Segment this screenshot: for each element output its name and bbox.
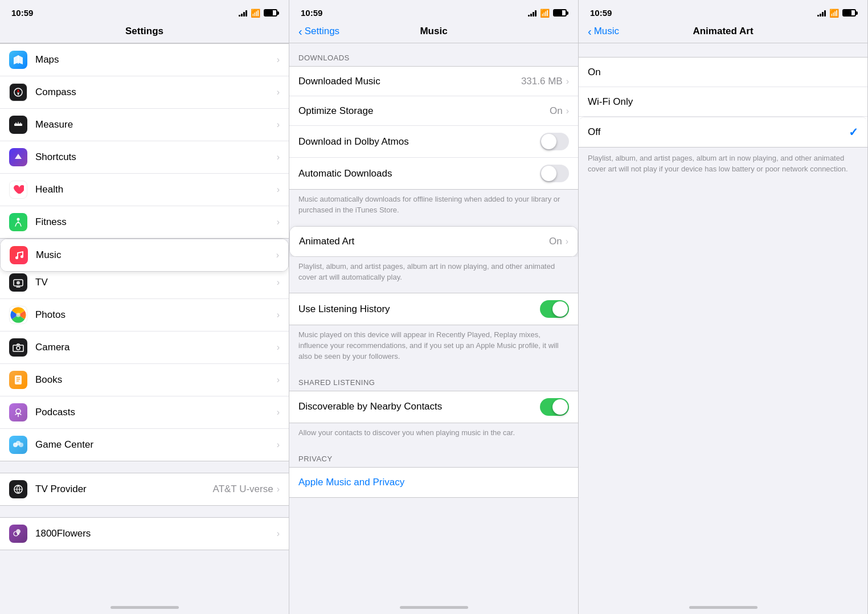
nav-bar-panel3: ‹ Music Animated Art <box>579 22 867 43</box>
svg-point-24 <box>17 533 19 535</box>
signal-icon-p3 <box>817 10 826 17</box>
back-button-panel3[interactable]: ‹ Music <box>588 26 619 37</box>
settings-row-1800flowers[interactable]: 1800Flowers › <box>0 518 289 550</box>
settings-row-camera[interactable]: Camera › <box>0 331 289 364</box>
optimize-storage-row[interactable]: Optimize Storage On › <box>289 96 578 126</box>
tvprovider-icon <box>9 480 27 498</box>
animated-art-options-group: On Wi-Fi Only Off ✓ <box>579 57 867 148</box>
optimize-storage-chevron: › <box>566 106 569 116</box>
nearby-contacts-label: Discoverable by Nearby Contacts <box>298 401 540 412</box>
svg-rect-14 <box>15 375 22 384</box>
music-icon <box>10 246 28 264</box>
settings-row-podcasts[interactable]: Podcasts › <box>0 396 289 429</box>
photos-chevron: › <box>277 310 280 320</box>
settings-row-shortcuts[interactable]: Shortcuts › <box>0 141 289 174</box>
gamecenter-chevron: › <box>277 440 280 450</box>
option-row-off[interactable]: Off ✓ <box>579 117 867 147</box>
music-label: Music <box>36 249 276 261</box>
maps-icon <box>9 51 27 69</box>
back-button-panel2[interactable]: ‹ Settings <box>298 26 339 37</box>
status-icons-panel1: 📶 <box>239 9 277 18</box>
wifi-icon-p2: 📶 <box>540 9 550 18</box>
settings-row-maps[interactable]: Maps › <box>0 44 289 76</box>
measure-chevron: › <box>277 120 280 130</box>
page-title-panel2: Music <box>420 26 447 37</box>
home-indicator-panel2 <box>289 600 578 614</box>
back-chevron-panel2: ‹ <box>298 26 302 37</box>
nearby-contacts-row[interactable]: Discoverable by Nearby Contacts <box>289 391 578 423</box>
animated-art-option-desc: Playlist, album, and artist pages, album… <box>579 148 867 185</box>
downloads-description: Music automatically downloads for offlin… <box>289 190 578 226</box>
downloaded-music-chevron: › <box>566 76 569 87</box>
downloads-header: DOWNLOADS <box>289 43 578 66</box>
settings-group-apps: Maps › Compass › Measure › <box>0 43 289 239</box>
apple-music-privacy-row[interactable]: Apple Music and Privacy <box>289 468 578 497</box>
settings-row-compass[interactable]: Compass › <box>0 76 289 109</box>
photos-icon <box>9 306 27 324</box>
settings-row-health[interactable]: Health › <box>0 174 289 206</box>
time-panel2: 10:59 <box>301 8 322 18</box>
settings-row-fitness[interactable]: Fitness › <box>0 206 289 238</box>
battery-icon-p2 <box>553 9 567 17</box>
listening-history-toggle[interactable] <box>540 300 569 318</box>
books-chevron: › <box>277 375 280 385</box>
downloaded-music-value: 331.6 MB <box>521 76 563 87</box>
fitness-chevron: › <box>277 217 280 227</box>
compass-label: Compass <box>35 87 277 98</box>
home-indicator-panel3 <box>579 600 867 614</box>
1800flowers-label: 1800Flowers <box>35 528 277 539</box>
tv-chevron: › <box>277 277 280 288</box>
animated-art-value: On <box>549 236 562 247</box>
privacy-header: PRIVACY <box>289 449 578 467</box>
auto-downloads-toggle[interactable] <box>540 165 569 182</box>
animated-art-row[interactable]: Animated Art On › <box>290 227 578 256</box>
listening-history-desc: Music played on this device will appear … <box>289 325 578 373</box>
status-bar-panel1: 10:59 📶 <box>0 0 289 22</box>
settings-row-tvprovider[interactable]: TV Provider AT&T U-verse › <box>0 473 289 505</box>
animated-art-wrapper: Animated Art On › <box>289 226 578 257</box>
podcasts-label: Podcasts <box>35 407 277 418</box>
nearby-contacts-toggle[interactable] <box>540 398 569 416</box>
svg-point-13 <box>17 346 20 350</box>
dolby-atmos-toggle[interactable] <box>540 133 569 150</box>
svg-marker-2 <box>17 92 19 96</box>
books-icon <box>9 371 27 389</box>
health-icon <box>9 181 27 199</box>
status-bar-panel2: 10:59 📶 <box>289 0 578 22</box>
maps-label: Maps <box>35 54 277 66</box>
privacy-group: Apple Music and Privacy <box>289 467 578 498</box>
settings-group-media: TV › Photos › Camera › <box>0 266 289 461</box>
settings-row-music[interactable]: Music › <box>1 239 288 271</box>
status-icons-panel2: 📶 <box>528 9 567 18</box>
books-label: Books <box>35 374 277 386</box>
option-label-on: On <box>588 67 858 78</box>
listening-history-row[interactable]: Use Listening History <box>289 293 578 325</box>
option-row-wifi-only[interactable]: Wi-Fi Only <box>579 87 867 117</box>
nav-bar-panel2: ‹ Settings Music <box>289 22 578 43</box>
settings-row-measure[interactable]: Measure › <box>0 109 289 141</box>
svg-point-9 <box>21 255 23 258</box>
option-row-on[interactable]: On <box>579 58 867 87</box>
shortcuts-chevron: › <box>277 152 280 162</box>
settings-row-gamecenter[interactable]: Game Center › <box>0 429 289 461</box>
settings-group-providers: TV Provider AT&T U-verse › <box>0 473 289 506</box>
wifi-icon: 📶 <box>251 9 260 18</box>
nearby-contacts-desc: Allow your contacts to discover you when… <box>289 423 578 449</box>
svg-point-22 <box>16 441 21 445</box>
podcasts-chevron: › <box>277 407 280 417</box>
auto-downloads-row[interactable]: Automatic Downloads <box>289 158 578 189</box>
measure-label: Measure <box>35 119 277 130</box>
settings-row-photos[interactable]: Photos › <box>0 299 289 331</box>
dolby-atmos-row[interactable]: Download in Dolby Atmos <box>289 126 578 158</box>
option-label-off: Off <box>588 126 849 138</box>
settings-row-books[interactable]: Books › <box>0 364 289 396</box>
gamecenter-icon <box>9 436 27 454</box>
option-row-off-wrapper: Off ✓ <box>579 117 867 147</box>
tvprovider-value: AT&T U-verse <box>213 484 273 495</box>
1800flowers-icon <box>9 525 27 543</box>
animated-art-panel: 10:59 📶 ‹ Music Animated Art On <box>579 0 868 614</box>
downloaded-music-row[interactable]: Downloaded Music 331.6 MB › <box>289 67 578 96</box>
podcasts-icon <box>9 403 27 421</box>
animated-art-chevron: › <box>566 236 568 247</box>
maps-chevron: › <box>277 55 280 65</box>
